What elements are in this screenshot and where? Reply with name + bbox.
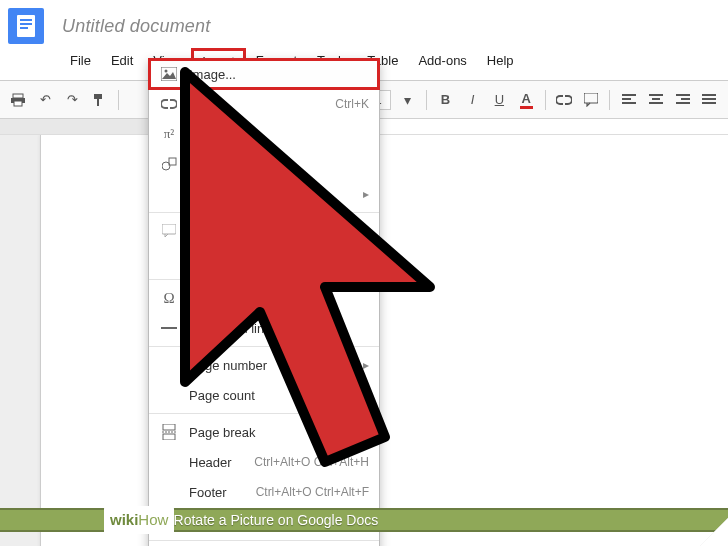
menu-item-label: Header [189,455,254,470]
wikihow-brand-how: How [138,511,168,528]
insert-menu-horizontalline[interactable]: Horizontal line [149,313,379,343]
menu-item-label: Footnote [189,254,369,269]
toolbar-separator [545,90,546,110]
italic-button[interactable]: I [462,89,483,111]
menu-item-shortcut: Ctrl+Alt+O Ctrl+Alt+F [256,485,369,499]
menu-item-label: Horizontal line [189,321,369,336]
menu-item-shortcut: Ctrl+K [335,97,369,111]
submenu-arrow-icon: ▸ [363,187,369,201]
insert-dropdown: Image...Link...Ctrl+Kπ²Equation...Drawin… [148,58,380,546]
menu-file[interactable]: File [60,48,101,76]
wikihow-brand-wiki: wiki [110,511,138,528]
insert-menu-image[interactable]: Image... [149,59,379,89]
menu-addons[interactable]: Add-ons [408,48,476,76]
insert-link-button[interactable] [554,89,575,111]
docs-logo[interactable] [8,8,44,44]
text-color-button[interactable]: A [516,89,537,111]
insert-menu-link[interactable]: Link...Ctrl+K [149,89,379,119]
menu-item-label: Footer [189,485,256,500]
document-title[interactable]: Untitled document [62,16,210,37]
svg-rect-0 [17,15,35,37]
comment-icon [584,93,598,107]
wikihow-banner: wikiHow to Rotate a Picture on Google Do… [0,506,728,534]
menu-item-label: Table [189,187,363,202]
svg-rect-1 [20,19,32,21]
align-left-button[interactable] [618,89,639,111]
svg-rect-6 [14,101,22,106]
svg-rect-4 [13,94,23,98]
menu-separator [149,540,379,541]
underline-button[interactable]: U [489,89,510,111]
svg-rect-12 [622,102,636,104]
svg-rect-19 [702,94,716,96]
toolbar-separator [426,90,427,110]
toolbar-separator [118,90,119,110]
menu-separator [149,212,379,213]
paint-format-button[interactable] [89,89,110,111]
insert-menu-comment: Comment [149,216,379,246]
svg-rect-18 [676,102,690,104]
svg-rect-28 [163,424,175,430]
insert-menu-pagenumber[interactable]: Page number▸ [149,350,379,380]
redo-button[interactable]: ↷ [62,89,83,111]
bold-button[interactable]: B [435,89,456,111]
comment-icon [159,222,179,240]
blank-icon [159,252,179,270]
svg-point-23 [165,70,168,73]
print-button[interactable] [8,89,29,111]
document-page[interactable] [40,135,728,546]
blank-icon [159,483,179,501]
drawing-icon [159,155,179,173]
svg-rect-9 [584,93,598,103]
menu-item-label: Page number [189,358,363,373]
blank-icon [159,386,179,404]
font-size-increase[interactable]: ▾ [397,89,418,111]
svg-rect-15 [649,102,663,104]
page-curl-icon [700,518,728,546]
blank-icon [159,453,179,471]
svg-rect-10 [622,94,636,96]
menu-item-label: Image... [189,67,369,82]
insert-comment-button[interactable] [581,89,602,111]
menu-item-label: Link... [189,97,335,112]
insert-menu-pagecount[interactable]: Page count [149,380,379,410]
insert-menu-header[interactable]: HeaderCtrl+Alt+O Ctrl+Alt+H [149,447,379,477]
menu-item-label: Page count [189,388,369,403]
insert-menu-footer[interactable]: FooterCtrl+Alt+O Ctrl+Alt+F [149,477,379,507]
insert-menu-drawing[interactable]: Drawing... [149,149,379,179]
svg-rect-25 [169,158,176,165]
menu-item-label: Comment [189,224,369,239]
document-icon [17,15,35,37]
svg-rect-16 [676,94,690,96]
insert-menu-table[interactable]: Table▸ [149,179,379,209]
svg-rect-20 [702,98,716,100]
menu-item-label: Special characters... [189,291,369,306]
menu-help[interactable]: Help [477,48,524,76]
menu-edit[interactable]: Edit [101,48,143,76]
menu-item-shortcut: Ctrl+Alt+O Ctrl+Alt+H [254,455,369,469]
svg-rect-3 [20,27,28,29]
align-right-button[interactable] [672,89,693,111]
svg-rect-27 [161,327,177,329]
svg-rect-2 [20,23,32,25]
menu-separator [149,346,379,347]
align-center-button[interactable] [645,89,666,111]
equation-icon: π² [159,125,179,143]
menu-item-label: Page break [189,425,315,440]
menu-item-label: Drawing... [189,157,369,172]
menu-separator [149,413,379,414]
insert-menu-specialcharacters[interactable]: ΩSpecial characters... [149,283,379,313]
blank-icon [159,185,179,203]
pagebreak-icon [159,423,179,441]
insert-menu-equation[interactable]: π²Equation... [149,119,379,149]
svg-rect-29 [163,434,175,440]
title-row: Untitled document [0,6,728,46]
omega-icon: Ω [159,289,179,307]
insert-menu-pagebreak[interactable]: Page breakCtrl+Enter [149,417,379,447]
align-justify-button[interactable] [699,89,720,111]
insert-menu-footnote[interactable]: Footnote [149,246,379,276]
menu-item-shortcut: Ctrl+Enter [315,425,369,439]
link-icon [556,95,572,105]
undo-button[interactable]: ↶ [35,89,56,111]
svg-rect-26 [162,224,176,234]
